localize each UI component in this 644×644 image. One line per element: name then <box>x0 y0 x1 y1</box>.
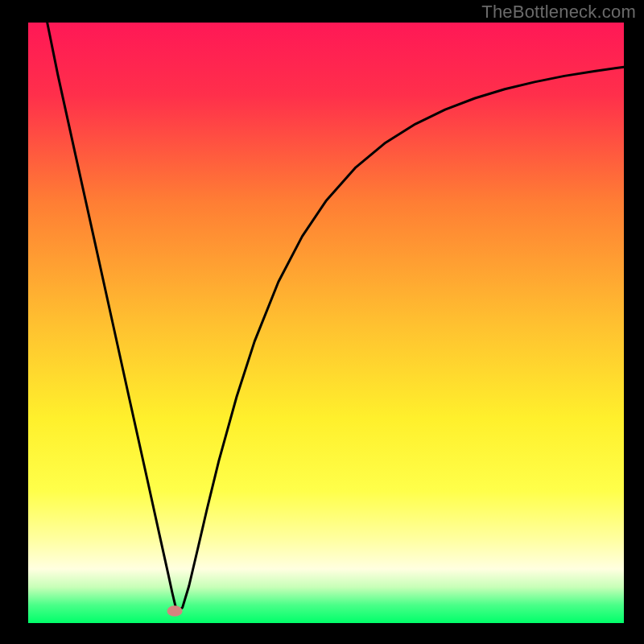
chart-container: TheBottleneck.com <box>0 0 644 644</box>
plot-background <box>28 23 624 623</box>
optimum-marker <box>167 605 182 616</box>
bottleneck-chart <box>0 0 644 644</box>
